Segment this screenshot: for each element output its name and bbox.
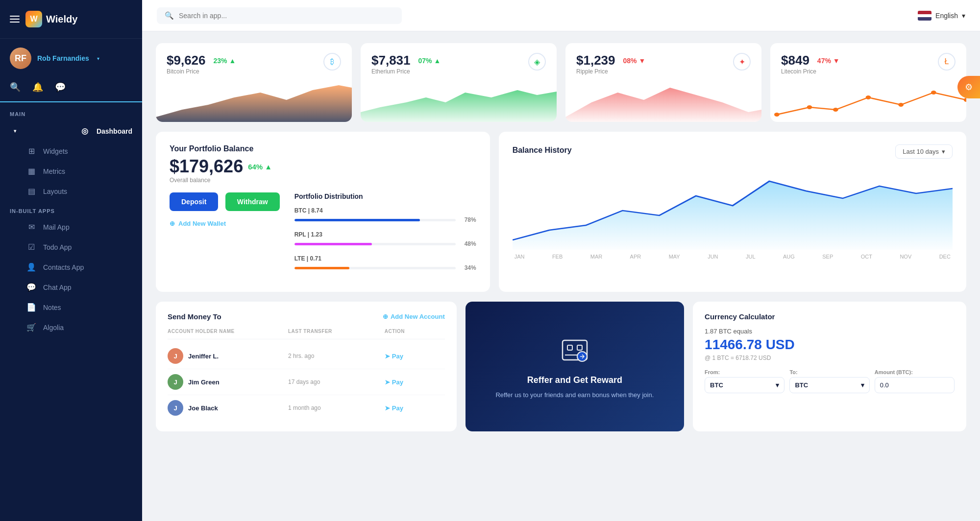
contacts-icon: 👤 [26, 262, 36, 272]
bitcoin-chart [156, 83, 352, 122]
distribution-title: Portfolio Distribution [294, 192, 476, 200]
btc-label: 1.87 BTC equals [705, 328, 955, 335]
sidebar-item-algolia[interactable]: 🛒 Algolia [0, 317, 142, 337]
ethereum-card: $7,831 07% ▲ Etherium Price ◈ [361, 43, 557, 122]
logo-icon: W [25, 11, 42, 27]
language-label: English [935, 12, 958, 20]
bottom-row: Send Money To ⊕ Add New Account ACCOUNT … [156, 302, 966, 431]
sidebar-item-label-algolia: Algolia [43, 324, 64, 332]
litecoin-chart [770, 83, 966, 122]
sidebar-item-label-mail: Mail App [43, 223, 70, 231]
sidebar-item-dashboard[interactable]: ▾ ◎ Dashboard [0, 121, 142, 141]
pay-button-1[interactable]: ➤ Pay [385, 379, 445, 386]
sidebar-item-label-notes: Notes [43, 304, 61, 311]
balance-chart [513, 166, 953, 250]
search-icon[interactable]: 🔍 [10, 82, 21, 93]
currency-calculator-card: Currency Calculator 1.87 BTC equals 1146… [693, 302, 966, 431]
add-wallet-button[interactable]: ⊕ Add New Wallet [170, 220, 280, 227]
from-label: From: [705, 369, 784, 375]
algolia-icon: 🛒 [26, 323, 36, 332]
user-caret-icon[interactable]: ▾ [97, 56, 99, 61]
portfolio-inner: Deposit Withdraw ⊕ Add New Wallet Portfo… [170, 192, 476, 279]
search-icon: 🔍 [165, 11, 174, 20]
search-input[interactable] [179, 12, 394, 20]
chevron-icon: ▾ [861, 381, 864, 389]
sidebar-item-label-metrics: Metrics [43, 167, 65, 175]
sidebar-item-label-chat: Chat App [43, 284, 72, 291]
widgets-icon: ⊞ [26, 146, 36, 156]
sidebar-item-chat[interactable]: 💬 Chat App [0, 277, 142, 297]
sidebar-header: W Wieldy [0, 0, 142, 39]
ripple-icon: ✦ [733, 53, 751, 71]
user-name[interactable]: Rob Farnandies [37, 54, 89, 62]
svg-rect-8 [567, 345, 572, 350]
bitcoin-change: 23% ▲ [214, 57, 236, 65]
period-selector[interactable]: Last 10 days ▾ [895, 144, 953, 159]
ripple-price: $1,239 [576, 53, 615, 68]
add-account-button[interactable]: ⊕ Add New Account [383, 313, 445, 320]
search-wrap[interactable]: 🔍 [157, 7, 402, 24]
logo-wrap: W Wieldy [25, 11, 77, 27]
distribution-section: Portfolio Distribution BTC | 8.74 78% RP… [294, 192, 476, 279]
svg-point-0 [774, 113, 780, 117]
sidebar-item-mail[interactable]: ✉ Mail App [0, 217, 142, 237]
calculator-inputs: From: BTC ▾ To: BTC ▾ Am [705, 369, 955, 393]
refer-icon [558, 333, 592, 367]
to-selector[interactable]: BTC ▾ [789, 377, 869, 393]
portfolio-amount: $179,626 64% ▲ [170, 156, 476, 177]
sidebar-item-todo[interactable]: ☑ Todo App [0, 237, 142, 257]
svg-point-3 [866, 95, 871, 99]
sidebar-item-contacts[interactable]: 👤 Contacts App [0, 257, 142, 277]
svg-point-4 [898, 103, 904, 107]
layouts-icon: ▤ [26, 187, 36, 196]
settings-fab[interactable]: ⚙ [957, 76, 980, 98]
chevron-icon: ▾ [776, 381, 779, 389]
from-selector[interactable]: BTC ▾ [705, 377, 784, 393]
calculator-title: Currency Calculator [705, 312, 955, 321]
sidebar-item-layouts[interactable]: ▤ Layouts [0, 181, 142, 201]
sidebar-item-widgets[interactable]: ⊞ Widgets [0, 141, 142, 161]
sidebar-item-label-dashboard: Dashboard [97, 127, 132, 135]
balance-history-title: Balance History [513, 146, 572, 155]
sidebar-item-label-widgets: Widgets [43, 147, 68, 155]
bitcoin-price: $9,626 [167, 53, 206, 68]
logo-text: Wieldy [46, 14, 77, 25]
plus-icon: ⊕ [383, 313, 388, 320]
language-selector[interactable]: English ▾ [918, 11, 965, 21]
sidebar-item-notes[interactable]: 📄 Notes [0, 297, 142, 317]
usd-value: 11466.78 USD [705, 337, 955, 353]
sidebar-item-metrics[interactable]: ▦ Metrics [0, 161, 142, 181]
sidebar-item-label-layouts: Layouts [43, 188, 67, 195]
table-row: J Jeniffer L. 2 hrs. ago ➤ Pay [168, 343, 445, 369]
chat-icon[interactable]: 💬 [55, 82, 66, 93]
deposit-button[interactable]: Deposit [170, 192, 218, 211]
svg-point-2 [833, 108, 838, 112]
refer-card: Reffer and Get Reward Reffer us to your … [466, 302, 684, 431]
withdraw-button[interactable]: Withdraw [225, 192, 280, 211]
chat-app-icon: 💬 [26, 283, 36, 292]
litecoin-change: 47% ▼ [817, 57, 840, 65]
lang-caret-icon: ▾ [962, 12, 965, 20]
pay-button-0[interactable]: ➤ Pay [385, 353, 445, 360]
metrics-icon: ▦ [26, 166, 36, 176]
topbar-right: English ▾ [918, 11, 965, 21]
bell-icon[interactable]: 🔔 [32, 82, 43, 93]
chevron-down-icon: ▾ [10, 128, 20, 134]
portfolio-title: Your Portfolio Balance [170, 144, 476, 153]
portfolio-change: 64% ▲ [248, 163, 272, 171]
portfolio-label: Overall balance [170, 177, 476, 184]
table-row: J Joe Black 1 month ago ➤ Pay [168, 395, 445, 421]
caret-down-icon: ▾ [942, 148, 945, 155]
hamburger-icon[interactable] [10, 16, 20, 23]
amount-input[interactable] [875, 377, 955, 393]
to-label: To: [789, 369, 869, 375]
amount-field: Amount (BTC): [875, 369, 955, 393]
ripple-chart [565, 83, 761, 122]
ethereum-label: Etherium Price [371, 68, 441, 75]
crypto-cards-row: $9,626 23% ▲ Bitcoin Price ₿ [156, 43, 966, 122]
pay-button-2[interactable]: ➤ Pay [385, 404, 445, 412]
sidebar-item-label-contacts: Contacts App [43, 263, 84, 271]
amount-label: Amount (BTC): [875, 369, 955, 375]
sidebar: W Wieldy RF Rob Farnandies ▾ 🔍 🔔 💬 Main … [0, 0, 142, 521]
avatar: RF [10, 47, 31, 69]
